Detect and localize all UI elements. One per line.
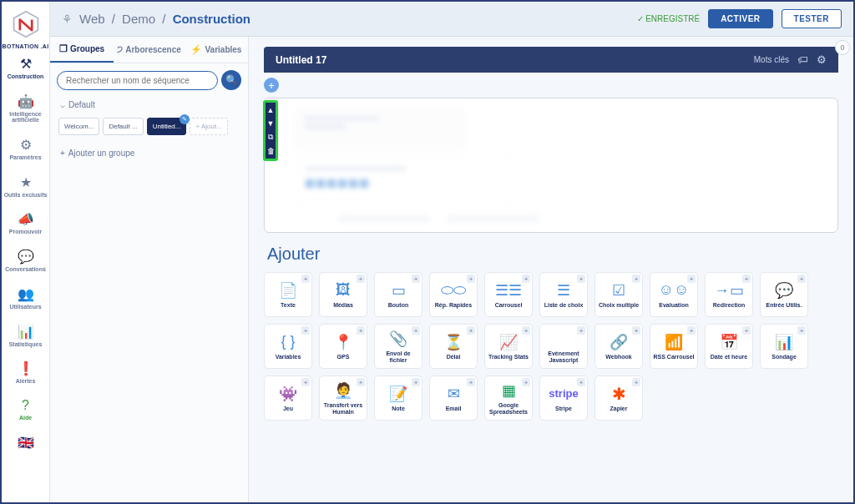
widget-plus-icon: + bbox=[467, 326, 475, 335]
activer-button[interactable]: ACTIVER bbox=[708, 9, 772, 28]
sequence-item[interactable]: Default ... bbox=[103, 118, 143, 135]
widget-stripe[interactable]: +stripeStripe bbox=[539, 375, 588, 421]
widget-plus-icon: + bbox=[467, 275, 475, 283]
tab-groupes[interactable]: ❐Groupes bbox=[50, 37, 114, 63]
widget-zapier[interactable]: +✱Zapier bbox=[594, 375, 643, 421]
widget-tracking-stats[interactable]: +📈Tracking Stats bbox=[484, 324, 533, 369]
sequence-item[interactable]: + Ajout... bbox=[190, 118, 227, 135]
toolbar-delete-icon[interactable]: 🗑 bbox=[267, 147, 275, 155]
nav-item-outils-exclusifs[interactable]: ★Outils exclusifs bbox=[2, 168, 49, 205]
nav-label: Outils exclusifs bbox=[4, 192, 48, 199]
nav-label: Aide bbox=[19, 415, 32, 421]
widget-plus-icon: + bbox=[687, 275, 696, 283]
widget-icon: 🖼 bbox=[336, 281, 351, 300]
widget-bouton[interactable]: +▭Bouton bbox=[374, 272, 422, 317]
nav-item-aide[interactable]: ?Aide bbox=[2, 391, 49, 428]
widget-label: Médias bbox=[333, 302, 353, 309]
widget-carrousel[interactable]: +☰☰Carrousel bbox=[484, 272, 533, 317]
nav-item-intelligence-artificielle[interactable]: 🤖Intelligence artificielle bbox=[2, 87, 49, 130]
sequence-item[interactable]: Untitled...✎ bbox=[147, 118, 187, 135]
widget-entr-e-utilis-[interactable]: +💬Entrée Utilis. bbox=[760, 272, 808, 317]
language-flag[interactable]: 🇬🇧 bbox=[2, 428, 49, 459]
widget-transfert-vers-humain[interactable]: +🧑‍💼Transfert vers Humain bbox=[319, 375, 367, 421]
add-block-button[interactable]: + bbox=[264, 78, 279, 93]
search-button[interactable]: 🔍 bbox=[221, 70, 241, 90]
nav-icon: 📣 bbox=[18, 211, 34, 227]
tester-button[interactable]: TESTER bbox=[782, 9, 842, 28]
nav-item-promouvoir[interactable]: 📣Promouvoir bbox=[2, 204, 49, 242]
widget-icon: 📶 bbox=[665, 333, 683, 351]
nav-label: Alertes bbox=[16, 378, 36, 385]
widget-label: Carrousel bbox=[495, 302, 523, 309]
nav-item-paramètres[interactable]: ⚙Paramètres bbox=[2, 130, 49, 168]
widget-plus-icon: + bbox=[357, 326, 365, 335]
nav-label: Paramètres bbox=[9, 154, 41, 161]
sequence-list: Welcom...Default ...Untitled...✎+ Ajout.… bbox=[50, 113, 248, 140]
widget-plus-icon: + bbox=[357, 378, 365, 386]
sequence-title: Untitled 17 bbox=[276, 54, 326, 66]
widget-label: Liste de choix bbox=[544, 302, 584, 309]
widget-sondage[interactable]: +📊Sondage bbox=[760, 324, 808, 369]
nav-item-alertes[interactable]: ❗Alertes bbox=[2, 354, 49, 391]
widget-m-dias[interactable]: +🖼Médias bbox=[319, 272, 367, 317]
gear-icon[interactable]: ⚙ bbox=[817, 53, 827, 66]
nav-item-utilisateurs[interactable]: 👥Utilisateurs bbox=[2, 280, 49, 317]
widget-gps[interactable]: +📍GPS bbox=[319, 324, 367, 369]
toolbar-move-down-icon[interactable]: ▼ bbox=[267, 119, 275, 128]
widget-ev-nement-javascript[interactable]: +Evènement Javascript bbox=[539, 324, 588, 369]
tab-variables[interactable]: ⚡Variables bbox=[185, 37, 248, 63]
widget-rss-carrousel[interactable]: +📶RSS Carrousel bbox=[650, 324, 698, 369]
widget-email[interactable]: +✉Email bbox=[429, 375, 478, 421]
nav-item-construction[interactable]: ⚒Construction bbox=[2, 49, 49, 87]
widget-evaluation[interactable]: +☺☺Evaluation bbox=[650, 272, 698, 317]
brand-logo bbox=[8, 7, 43, 42]
widget-texte[interactable]: +📄Texte bbox=[264, 272, 312, 317]
widget-note[interactable]: +📝Note bbox=[374, 375, 422, 421]
brand-name: BOTNATION .AI bbox=[3, 43, 49, 49]
toolbar-move-up-icon[interactable]: ▲ bbox=[267, 106, 275, 114]
widget-icon: ✉ bbox=[448, 385, 460, 403]
widget-jeu[interactable]: +👾Jeu bbox=[264, 375, 312, 421]
widget-d-lai[interactable]: +⏳Délai bbox=[429, 324, 478, 369]
widget-label: Entrée Utilis. bbox=[766, 302, 802, 309]
widget-webhook[interactable]: +🔗Webhook bbox=[594, 324, 643, 369]
tag-icon[interactable]: 🏷 bbox=[797, 53, 808, 66]
widget-plus-icon: + bbox=[301, 326, 310, 335]
widget-redirection[interactable]: +→▭Redirection bbox=[705, 272, 753, 317]
nav-label: Promouvoir bbox=[9, 229, 42, 235]
nav-icon: ❗ bbox=[18, 360, 34, 376]
widget-label: Envoi de fichier bbox=[377, 350, 419, 363]
widget-r-p-rapides[interactable]: +⬭⬭Rép. Rapides bbox=[429, 272, 478, 317]
widget-icon: 📈 bbox=[499, 333, 518, 351]
widget-icon: 👾 bbox=[279, 385, 297, 403]
search-input[interactable] bbox=[57, 71, 218, 90]
widget-label: Stripe bbox=[555, 406, 572, 412]
sequence-item[interactable]: Welcom... bbox=[58, 118, 99, 135]
toolbar-copy-icon[interactable]: ⧉ bbox=[268, 133, 273, 142]
nav-icon: ⚙ bbox=[20, 137, 32, 153]
breadcrumb: Web / Demo / Construction bbox=[79, 12, 250, 26]
widget-choix-multiple[interactable]: +☑Choix multiple bbox=[594, 272, 643, 317]
panel-tabs: ❐Groupes੭Arborescence⚡Variables bbox=[50, 37, 248, 63]
widget-icon: ✱ bbox=[612, 385, 626, 403]
add-group-button[interactable]: +Ajouter un groupe bbox=[50, 140, 248, 166]
breadcrumb-root[interactable]: Web bbox=[79, 12, 105, 26]
nav-item-conversations[interactable]: 💬Conversations bbox=[2, 242, 49, 280]
widget-date-et-heure[interactable]: +📅Date et heure bbox=[705, 324, 753, 369]
widget-plus-icon: + bbox=[412, 275, 420, 283]
tab-arborescence[interactable]: ੭Arborescence bbox=[114, 37, 185, 63]
widget-envoi-de-fichier[interactable]: +📎Envoi de fichier bbox=[374, 324, 422, 369]
widget-variables[interactable]: +{ }Variables bbox=[264, 324, 312, 369]
widget-google-spreadsheets[interactable]: +▦Google Spreadsheets bbox=[484, 375, 533, 421]
widget-plus-icon: + bbox=[357, 275, 365, 283]
widget-icon: 📎 bbox=[389, 330, 407, 348]
keywords-link[interactable]: Mots clés bbox=[754, 55, 789, 64]
breadcrumb-mid[interactable]: Demo bbox=[122, 12, 155, 26]
widget-icon: 🧑‍💼 bbox=[334, 381, 352, 400]
nav-item-statistiques[interactable]: 📊Statistiques bbox=[2, 317, 49, 355]
widget-label: Evaluation bbox=[659, 302, 688, 309]
widget-plus-icon: + bbox=[742, 326, 751, 335]
group-header[interactable]: ⌵Default bbox=[50, 97, 248, 113]
widget-liste-de-choix[interactable]: +☰Liste de choix bbox=[539, 272, 588, 317]
widget-icon: 📝 bbox=[389, 385, 407, 403]
